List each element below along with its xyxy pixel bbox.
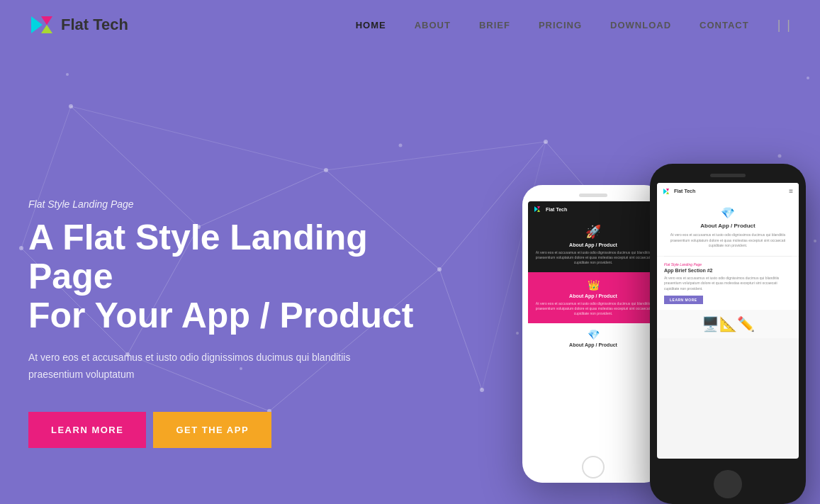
svg-marker-37	[537, 209, 540, 212]
wphone-s3-icon: 💎	[534, 329, 653, 340]
nav-links: HOME ABOUT BRIEF PRICING DOWNLOAD CONTAC…	[356, 18, 792, 33]
dphone-s1-text: At vero eos et accusamus et iusto odio d…	[664, 233, 792, 249]
phone-white-speaker	[579, 194, 607, 197]
nav-about[interactable]: ABOUT	[415, 20, 451, 30]
phone-dark: Flat Tech ≡ 💎 About App / Product At ver…	[650, 164, 806, 504]
phone-dark-screen: Flat Tech ≡ 💎 About App / Product At ver…	[657, 183, 799, 459]
svg-marker-32	[31, 16, 43, 33]
svg-marker-35	[534, 206, 538, 212]
svg-point-29	[807, 77, 809, 79]
brand-name: Flat Tech	[61, 16, 128, 34]
hero-section: Flat Tech HOME ABOUT BRIEF PRICING DOWNL…	[0, 0, 820, 504]
phone-white-home	[582, 456, 605, 478]
phone-dark-home	[714, 470, 742, 498]
svg-point-21	[19, 246, 23, 250]
logo-icon	[28, 12, 54, 38]
dphone-s2-subtitle: Flat Style Landing Page	[664, 262, 792, 267]
svg-point-25	[399, 144, 403, 147]
wphone-s1-text: At vero eos et accusamus et iusto odio d…	[534, 250, 653, 265]
hero-content: Flat Style Landing Page A Flat Style Lan…	[28, 198, 425, 448]
dphone-s3-img: 🖥️📐✏️	[664, 315, 792, 332]
dphone-s1-title: About App / Product	[664, 223, 792, 229]
navbar: Flat Tech HOME ABOUT BRIEF PRICING DOWNL…	[0, 0, 820, 50]
wphone-s2-title: About App / Product	[534, 293, 653, 298]
svg-marker-34	[41, 25, 52, 33]
phone-white-screen: Flat Tech 🚀 About App / Product At vero …	[528, 201, 658, 446]
nav-separator: | |	[777, 18, 792, 33]
dphone-s2-title: App Brief Section #2	[664, 268, 792, 273]
svg-point-27	[516, 332, 519, 335]
wphone-s3-title: About App / Product	[534, 342, 653, 347]
phone-white: Flat Tech 🚀 About App / Product At vero …	[522, 185, 664, 483]
phones-container: Flat Tech 🚀 About App / Product At vero …	[522, 135, 820, 504]
cta-buttons: LEARN MORE GET THE APP	[28, 412, 425, 448]
wphone-brand: Flat Tech	[546, 207, 567, 212]
wphone-s2-icon: 👑	[534, 279, 653, 291]
hero-description: At vero eos et accusamus et iusto odio d…	[28, 349, 383, 383]
hero-title-line1: A Flat Style Landing Page	[28, 218, 368, 296]
learn-more-button[interactable]: LEARN MORE	[28, 412, 146, 448]
dphone-s1-icon: 💎	[664, 206, 792, 220]
get-app-button[interactable]: GET THE APP	[153, 412, 271, 448]
svg-point-24	[66, 73, 69, 76]
nav-contact[interactable]: CONTACT	[700, 20, 749, 30]
svg-line-3	[71, 106, 326, 170]
nav-brief[interactable]: BRIEF	[479, 20, 510, 30]
hero-subtitle: Flat Style Landing Page	[28, 198, 425, 210]
svg-point-16	[324, 168, 328, 172]
svg-line-12	[439, 269, 482, 390]
svg-marker-36	[537, 206, 540, 209]
svg-marker-38	[663, 189, 667, 194]
nav-download[interactable]: DOWNLOAD	[610, 20, 671, 30]
nav-pricing[interactable]: PRICING	[539, 20, 582, 30]
svg-point-17	[437, 267, 442, 271]
svg-point-14	[69, 104, 73, 108]
svg-marker-39	[666, 189, 669, 191]
hero-title: A Flat Style Landing Page For Your App /…	[28, 218, 425, 335]
svg-point-22	[480, 388, 484, 392]
svg-line-9	[326, 142, 546, 170]
wphone-s2-text: At vero eos et accusamus et iusto odio d…	[534, 301, 653, 316]
dphone-s2-btn: LEARN MORE	[664, 296, 703, 304]
dphone-brand: Flat Tech	[674, 189, 695, 194]
dphone-s2-text: At vero eos et accusamus et iusto odio d…	[664, 276, 792, 292]
logo[interactable]: Flat Tech	[28, 12, 128, 38]
phone-dark-speaker	[710, 174, 746, 177]
dphone-menu-icon: ≡	[789, 187, 793, 195]
svg-marker-40	[666, 191, 669, 194]
svg-marker-33	[41, 16, 52, 25]
wphone-s1-icon: 🚀	[534, 224, 653, 240]
wphone-s1-title: About App / Product	[534, 242, 653, 247]
nav-home[interactable]: HOME	[356, 20, 386, 30]
hero-title-line2: For Your App / Product	[28, 296, 414, 335]
